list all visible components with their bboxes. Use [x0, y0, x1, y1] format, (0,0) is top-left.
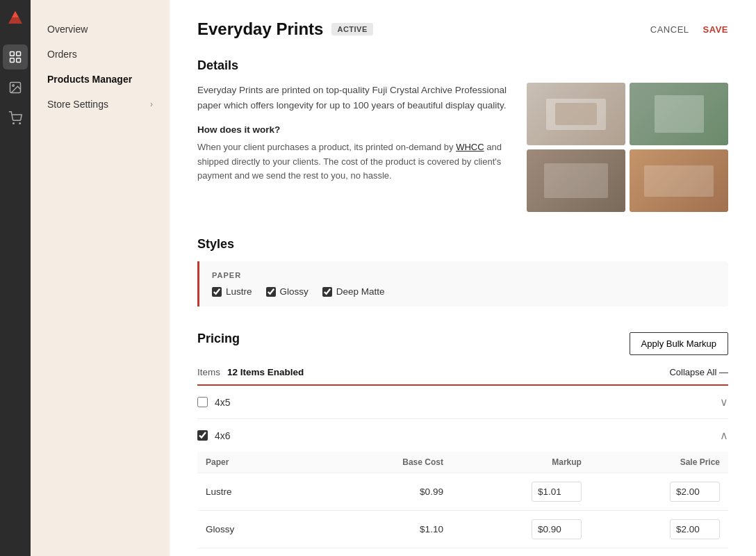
product-image-1: [527, 83, 625, 145]
store-nav-icon[interactable]: [3, 44, 28, 70]
deep-matte-checkbox[interactable]: [322, 287, 332, 297]
accordion-4x5: 4x5 ∨: [197, 386, 728, 419]
lustre-checkbox-item[interactable]: Lustre: [212, 286, 252, 297]
details-grid: Everyday Prints are printed on top-quali…: [197, 83, 728, 212]
4x6-table-container: Paper Base Cost Markup Sale Price Lustre…: [197, 452, 728, 556]
col-paper: Paper: [197, 452, 332, 473]
product-image-4: [630, 149, 728, 212]
svg-rect-2: [10, 58, 15, 63]
paper-style-block: PAPER Lustre Glossy Deep Matte: [197, 261, 728, 306]
4x6-checkbox[interactable]: [197, 430, 208, 441]
chevron-right-icon: ›: [150, 99, 153, 109]
4x5-label: 4x5: [215, 397, 231, 408]
page-title: Everyday Prints: [197, 19, 323, 39]
paper-name-deep-matte: Deep Matte: [197, 548, 332, 557]
save-button[interactable]: SAVE: [703, 24, 728, 35]
svg-point-7: [19, 123, 21, 124]
deep-matte-label: Deep Matte: [336, 286, 385, 297]
col-sale-price: Sale Price: [590, 452, 728, 473]
4x5-chevron-icon: ∨: [720, 395, 728, 409]
how-it-works-body: When your client purchases a product, it…: [197, 140, 510, 183]
product-image-2: [630, 83, 728, 145]
markup-deep-matte-cell: [452, 548, 590, 557]
sale-price-lustre-input[interactable]: [670, 482, 720, 502]
markup-lustre-cell: [452, 473, 590, 511]
details-title: Details: [197, 58, 728, 73]
sidebar-item-products-manager[interactable]: Products Manager: [31, 67, 170, 92]
glossy-checkbox[interactable]: [266, 287, 276, 297]
product-image-3: [527, 149, 625, 212]
styles-title: Styles: [197, 237, 728, 252]
main-content: Everyday Prints ACTIVE CANCEL SAVE Detai…: [170, 0, 756, 556]
status-badge: ACTIVE: [331, 23, 372, 35]
paper-checkboxes: Lustre Glossy Deep Matte: [212, 286, 716, 297]
header-actions: CANCEL SAVE: [650, 24, 728, 35]
sale-price-deep-matte-cell: [590, 548, 728, 557]
glossy-label: Glossy: [280, 286, 309, 297]
base-cost-glossy: $1.10: [332, 511, 451, 548]
sidebar: Overview Orders Products Manager Store S…: [31, 0, 170, 556]
base-cost-deep-matte: $1.49: [332, 548, 451, 557]
table-row: Glossy $1.10: [197, 511, 728, 548]
markup-lustre-input[interactable]: [532, 482, 582, 502]
svg-rect-1: [17, 52, 21, 56]
base-cost-lustre: $0.99: [332, 473, 451, 511]
styles-section: Styles PAPER Lustre Glossy Deep Matte: [197, 237, 728, 306]
glossy-checkbox-item[interactable]: Glossy: [266, 286, 309, 297]
whcc-link[interactable]: WHCC: [456, 142, 484, 152]
items-label: Items: [197, 367, 220, 377]
accordion-4x5-header[interactable]: 4x5 ∨: [197, 386, 728, 418]
accordion-4x6: 4x6 ∧ Paper Base Cost Markup Sale Price: [197, 419, 728, 556]
table-row: Deep Matte $1.49: [197, 548, 728, 557]
pricing-title: Pricing: [197, 332, 240, 346]
sale-price-glossy-cell: [590, 511, 728, 548]
svg-point-5: [13, 85, 14, 87]
table-row: Lustre $0.99: [197, 473, 728, 511]
4x5-checkbox[interactable]: [197, 397, 208, 407]
markup-glossy-input[interactable]: [532, 519, 582, 539]
lustre-checkbox[interactable]: [212, 287, 222, 297]
lustre-label: Lustre: [226, 286, 252, 297]
page-header-left: Everyday Prints ACTIVE: [197, 19, 373, 39]
cancel-button[interactable]: CANCEL: [650, 24, 689, 35]
svg-point-6: [13, 123, 15, 124]
pricing-header: Pricing Apply Bulk Markup: [197, 332, 728, 356]
svg-rect-3: [17, 58, 21, 63]
accordion-4x5-left: 4x5: [197, 397, 231, 408]
accordion-4x6-header[interactable]: 4x6 ∧: [197, 419, 728, 452]
col-base-cost: Base Cost: [332, 452, 451, 473]
pricing-items-info: Items 12 Items Enabled: [197, 367, 304, 377]
icon-bar: [0, 0, 31, 556]
product-images: [527, 83, 728, 212]
paper-style-label: PAPER: [212, 271, 716, 279]
4x6-pricing-table: Paper Base Cost Markup Sale Price Lustre…: [197, 452, 728, 556]
sidebar-item-orders[interactable]: Orders: [31, 42, 170, 67]
how-it-works-title: How does it work?: [197, 122, 510, 138]
app-logo: [6, 8, 25, 28]
sale-price-glossy-input[interactable]: [670, 519, 720, 539]
col-markup: Markup: [452, 452, 590, 473]
cart-nav-icon[interactable]: [3, 106, 28, 131]
4x6-label: 4x6: [215, 430, 231, 441]
details-text: Everyday Prints are printed on top-quali…: [197, 83, 510, 193]
page-header: Everyday Prints ACTIVE CANCEL SAVE: [197, 19, 728, 39]
apply-bulk-markup-button[interactable]: Apply Bulk Markup: [630, 332, 728, 355]
markup-glossy-cell: [452, 511, 590, 548]
details-description: Everyday Prints are printed on top-quali…: [197, 83, 510, 113]
collapse-all-button[interactable]: Collapse All —: [669, 367, 728, 377]
deep-matte-checkbox-item[interactable]: Deep Matte: [322, 286, 385, 297]
sale-price-lustre-cell: [590, 473, 728, 511]
paper-name-lustre: Lustre: [197, 473, 332, 511]
svg-rect-0: [10, 52, 15, 56]
details-section: Details Everyday Prints are printed on t…: [197, 58, 728, 212]
4x6-chevron-icon: ∧: [720, 429, 728, 442]
pricing-section: Pricing Apply Bulk Markup Items 12 Items…: [197, 332, 728, 556]
items-count: 12 Items Enabled: [227, 367, 304, 377]
accordion-4x6-left: 4x6: [197, 430, 231, 441]
pricing-meta: Items 12 Items Enabled Collapse All —: [197, 367, 728, 386]
gallery-nav-icon[interactable]: [3, 75, 28, 100]
paper-name-glossy: Glossy: [197, 511, 332, 548]
sidebar-item-store-settings[interactable]: Store Settings ›: [31, 92, 170, 117]
sidebar-item-overview[interactable]: Overview: [31, 17, 170, 42]
